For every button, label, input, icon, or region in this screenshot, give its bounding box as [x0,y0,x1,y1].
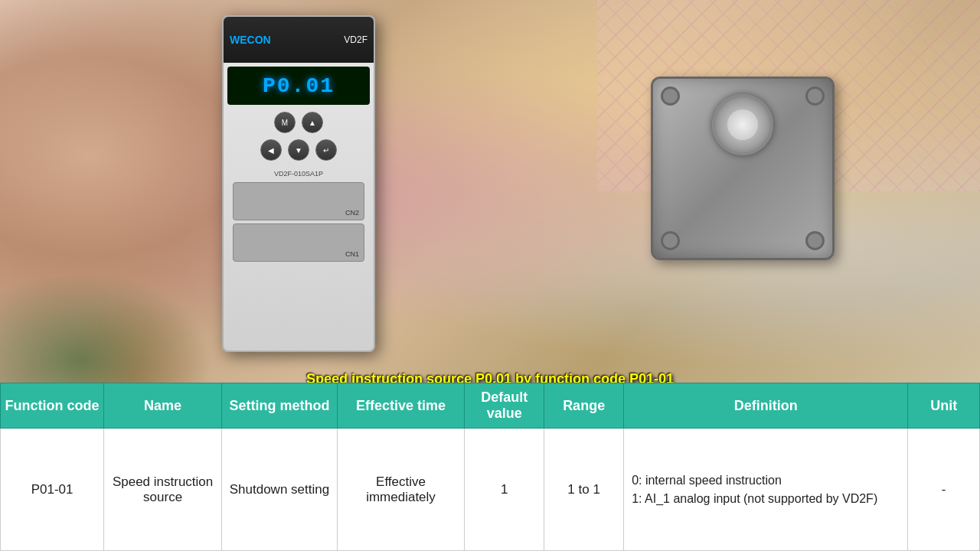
col-header-name: Name [104,383,222,429]
cell-default-value: 1 [465,429,544,551]
display-value: P0.01 [263,74,335,98]
device-body: VD2F-010SA1P CN2 CN1 [224,164,374,271]
table-section: Function code Name Setting method Effect… [0,383,980,551]
col-header-range: Range [544,383,624,429]
parameter-table: Function code Name Setting method Effect… [0,383,980,551]
cn1-connector: CN1 [233,223,364,262]
cell-function-code: P01-01 [1,429,104,551]
motor-corner-tl [661,86,680,106]
motor-shaft [712,94,773,155]
motor-corner-br [805,231,825,250]
brand-logo: WECON [230,34,271,46]
cn1-label: CN1 [345,250,359,258]
cell-unit: - [908,429,980,551]
cn2-connector: CN2 [233,182,364,220]
cell-setting-method: Shutdown setting [222,429,338,551]
m-button[interactable]: M [274,112,296,133]
device-top-panel: WECON VD2F [224,17,374,63]
button-row-1: M ▲ [224,109,374,136]
submodel-label: VD2F-010SA1P [230,170,368,178]
col-header-setting-method: Setting method [222,383,338,429]
cell-definition: 0: internal speed instruction1: AI_1 ana… [624,429,908,551]
up-button[interactable]: ▲ [302,112,323,133]
model-label: VD2F [344,34,368,45]
cell-range: 1 to 1 [544,429,624,551]
motor-shaft-inner [727,109,758,140]
motor-corner-bl [661,231,680,250]
col-header-effective-time: Effective time [337,383,464,429]
motor-body [651,77,835,260]
servo-drive: WECON VD2F P0.01 M ▲ ◀ ▼ ↵ VD2F-010SA1P … [222,15,375,352]
down-button[interactable]: ▼ [288,139,309,161]
table-row: P01-01 Speed instruction source Shutdown… [1,429,980,551]
servo-motor [651,38,865,306]
motor-corner-tr [805,86,825,106]
video-background: WECON VD2F P0.01 M ▲ ◀ ▼ ↵ VD2F-010SA1P … [0,0,980,390]
cell-effective-time: Effective immediately [337,429,464,551]
table-header-row: Function code Name Setting method Effect… [1,383,980,429]
col-header-function-code: Function code [1,383,104,429]
left-button[interactable]: ◀ [260,139,282,161]
col-header-default-value: Default value [465,383,544,429]
cn2-label: CN2 [345,209,359,217]
device-display: P0.01 [227,67,370,105]
cell-name: Speed instruction source [104,429,222,551]
col-header-definition: Definition [624,383,908,429]
button-row-2: ◀ ▼ ↵ [224,136,374,164]
video-section: WECON VD2F P0.01 M ▲ ◀ ▼ ↵ VD2F-010SA1P … [0,0,980,390]
col-header-unit: Unit [908,383,980,429]
enter-button[interactable]: ↵ [315,139,337,161]
